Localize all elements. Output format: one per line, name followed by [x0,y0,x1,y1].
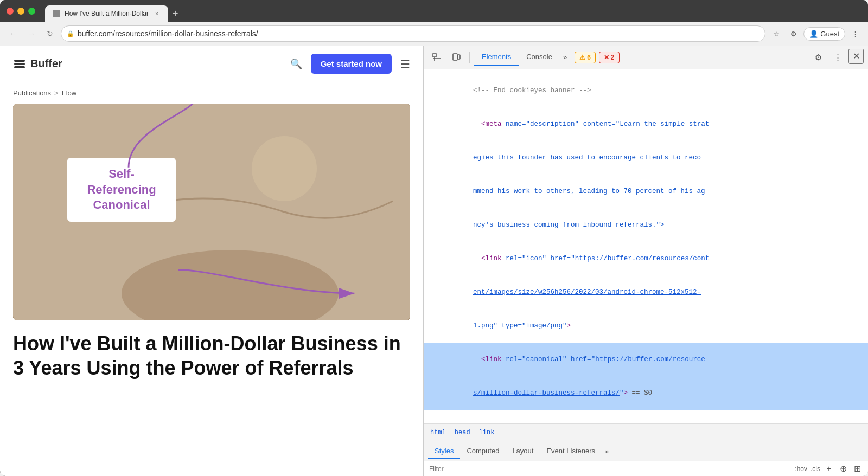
article-title: How I've Built a Million-Dollar Business… [0,320,423,380]
new-tab-button[interactable]: + [168,5,183,22]
hamburger-menu-icon[interactable]: ☰ [400,57,410,70]
tab-elements[interactable]: Elements [474,48,519,66]
filter-input[interactable] [429,465,795,473]
tab-favicon [53,10,60,17]
code-line: <!-- End cookieyes banner --> [424,74,868,107]
canonical-line[interactable]: <link rel="canonical" href="https://buff… [424,343,868,376]
toolbar-divider [469,52,470,63]
error-icon: ✕ [604,54,609,61]
breadcrumb: Publications > Flow [0,82,423,104]
article-hero-image: Self-Referencing Canonical [13,104,410,320]
tab-layout[interactable]: Layout [506,443,540,459]
minimize-traffic-light[interactable] [17,8,24,15]
browser-tab[interactable]: How I've Built a Million-Dollar × [45,5,168,22]
bookmark-button[interactable]: ☆ [769,26,784,41]
code-line: ent/images/size/w256h256/2022/03/android… [424,275,868,309]
devtools-toolbar: Elements Console » ⚠ 6 ✕ 2 ⚙ ⋮ [424,46,868,69]
svg-rect-0 [14,60,25,62]
svg-rect-1 [14,63,25,65]
traffic-lights [7,8,35,15]
tab-event-listeners[interactable]: Event Listeners [540,443,602,459]
code-comment: <!-- End cookieyes banner --> [473,87,591,94]
svg-rect-15 [433,54,436,57]
svg-rect-12 [317,263,333,282]
error-count: 2 [611,54,615,61]
extensions-button[interactable]: ⚙ [786,26,801,41]
browser-actions: ☆ ⚙ 👤 Guest ⋮ [769,26,863,41]
error-badge[interactable]: ✕ 2 [599,52,620,63]
filter-actions: :hov .cls + ⊕ ⊞ [795,464,863,474]
filter-cls[interactable]: .cls [810,465,820,473]
breadcrumb-parent[interactable]: Publications [13,89,51,97]
header-right: 🔍 Get started now ☰ [290,54,410,74]
tab-console[interactable]: Console [519,48,560,66]
code-line: ncy's business coming from inbound refer… [424,208,868,242]
devtools-panel: Elements Console » ⚠ 6 ✕ 2 ⚙ ⋮ [423,46,868,476]
refresh-button[interactable]: ↻ [42,26,58,41]
warning-icon: ⚠ [579,54,585,61]
search-icon[interactable]: 🔍 [290,58,302,70]
annotation-text: Self-Referencing Canonical [78,166,165,213]
breadcrumb-html[interactable]: html [430,429,446,436]
inspect-element-button[interactable] [428,49,445,66]
canonical-line-cont: s/million-dollar-business-referrals/"> =… [424,376,868,410]
get-started-button[interactable]: Get started now [311,54,392,74]
guest-profile-button[interactable]: 👤 Guest [803,27,845,41]
device-toolbar-button[interactable] [448,49,465,66]
tab-bar: How I've Built a Million-Dollar × + [40,0,183,22]
svg-rect-18 [453,54,457,60]
devtools-filter-bar: :hov .cls + ⊕ ⊞ [424,461,868,476]
more-bottom-tabs[interactable]: » [602,443,612,460]
code-line: mmend his work to others, leading to 70 … [424,175,868,208]
svg-rect-2 [14,66,25,68]
url-bar[interactable]: 🔒 buffer.com/resources/million-dollar-bu… [61,25,765,42]
tab-title: How I've Built a Million-Dollar [65,10,149,17]
svg-point-9 [268,158,311,201]
svg-rect-10 [219,255,273,291]
devtools-bottom-panel: Styles Computed Layout Event Listeners »… [424,441,868,476]
tab-close-button[interactable]: × [153,10,161,17]
buffer-logo-icon [13,57,26,70]
tab-styles[interactable]: Styles [428,443,460,459]
tab-computed[interactable]: Computed [460,443,506,459]
svg-rect-19 [458,55,460,59]
chrome-menu-button[interactable]: ⋮ [847,26,863,41]
warning-badge[interactable]: ⚠ 6 [575,52,596,63]
devtools-breadcrumb: html head link [424,423,868,441]
back-button[interactable]: ← [5,26,21,41]
maximize-traffic-light[interactable] [28,8,35,15]
breadcrumb-link[interactable]: link [479,429,495,436]
guest-label: Guest [820,30,839,38]
code-line: <meta name="description" content="Learn … [424,107,868,141]
filter-new-rule-button[interactable]: ⊕ [838,464,848,474]
filter-inspect-button[interactable]: ⊞ [852,464,863,474]
filter-add-button[interactable]: + [824,464,834,474]
filter-hov[interactable]: :hov [795,465,807,473]
lock-icon: 🔒 [67,30,74,37]
url-text: buffer.com/resources/million-dollar-busi… [78,29,758,38]
svg-rect-11 [222,258,271,288]
site-header: Buffer 🔍 Get started now ☰ [0,46,423,82]
devtools-tabs: Elements Console » [474,48,570,66]
code-line: egies this founder has used to encourage… [424,141,868,175]
forward-button[interactable]: → [24,26,39,41]
devtools-code-area: <!-- End cookieyes banner --> <meta name… [424,69,868,423]
dt-badges: ⚠ 6 ✕ 2 [575,52,619,63]
profile-icon: 👤 [809,30,818,38]
dt-settings: ⚙ ⋮ ✕ [809,49,864,66]
more-tabs-indicator[interactable]: » [560,49,570,66]
annotation-box: Self-Referencing Canonical [67,158,176,222]
devtools-more-button[interactable]: ⋮ [829,49,846,66]
devtools-close-button[interactable]: ✕ [848,49,864,64]
code-line: 1.png" type="image/png"> [424,309,868,343]
breadcrumb-separator: > [54,89,59,97]
main-area: Buffer 🔍 Get started now ☰ Publications … [0,46,868,476]
buffer-logo[interactable]: Buffer [13,57,62,70]
devtools-settings-button[interactable]: ⚙ [809,49,827,66]
close-traffic-light[interactable] [7,8,14,15]
code-line: <meta name="referrer" content="no-referr… [424,410,868,423]
title-bar: How I've Built a Million-Dollar × + [0,0,868,22]
code-line: <link rel="icon" href="https://buffer.co… [424,242,868,275]
svg-point-8 [252,174,317,250]
breadcrumb-head[interactable]: head [455,429,470,436]
